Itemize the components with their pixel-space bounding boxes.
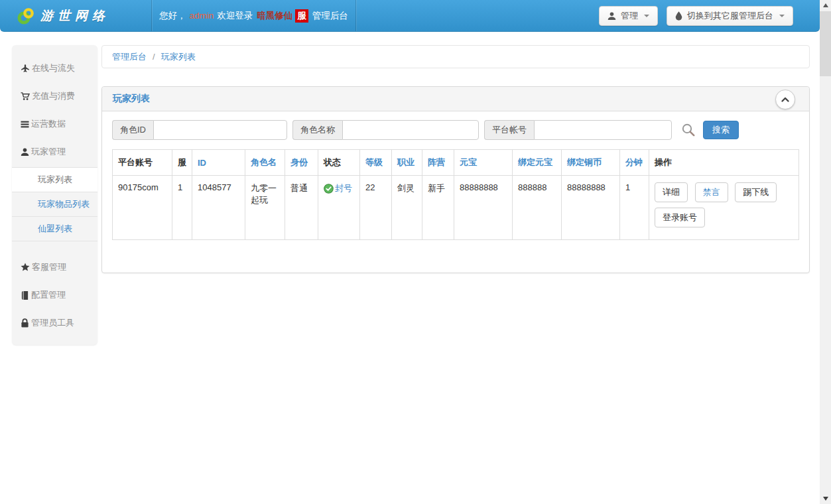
col-server: 服 — [172, 150, 192, 176]
sidebar-subitem-player-list[interactable]: 玩家列表 — [12, 167, 97, 192]
book-icon — [21, 291, 29, 300]
sidebar-item-label: 在线与流失 — [32, 62, 75, 74]
chevron-up-icon — [781, 96, 790, 103]
panel-header: 玩家列表 — [102, 87, 809, 111]
server-badge: 服 — [295, 9, 308, 23]
col-bound-copper[interactable]: 绑定铜币 — [562, 150, 620, 176]
brand-logo[interactable]: 游世网络 — [17, 0, 109, 32]
brand-text: 游世网络 — [40, 7, 109, 25]
panel-body: 角色ID 角色名称 平台帐号 搜索 — [102, 111, 809, 249]
sidebar-item-online-churn[interactable]: 在线与流失 — [12, 54, 97, 82]
cell-role-name: 九零一起玩 — [245, 176, 285, 240]
login-account-button[interactable]: 登录账号 — [655, 208, 705, 227]
cell-platform-account: 90175com — [113, 176, 172, 240]
search-icon[interactable] — [681, 123, 696, 137]
rings-logo-icon — [17, 7, 34, 25]
col-role-name[interactable]: 角色名 — [245, 150, 285, 176]
mute-button[interactable]: 禁言 — [695, 182, 728, 202]
player-list-panel: 玩家列表 角色ID 角色名称 — [101, 86, 810, 273]
col-camp[interactable]: 阵营 — [422, 150, 454, 176]
sidebar-item-customer-service[interactable]: 客服管理 — [12, 253, 97, 281]
cell-actions: 详细 禁言 踢下线 登录账号 — [649, 176, 799, 240]
role-id-label: 角色ID — [112, 120, 153, 140]
col-bound-yuanbao[interactable]: 绑定元宝 — [513, 150, 562, 176]
panel-title: 玩家列表 — [113, 93, 150, 105]
search-button[interactable]: 搜索 — [703, 121, 739, 139]
kick-offline-button[interactable]: 踢下线 — [735, 182, 777, 202]
player-table: 平台账号 服 ID 角色名 身份 状态 等级 职业 阵营 元宝 绑定元宝 绑定铜… — [112, 149, 799, 240]
chevron-down-icon — [644, 15, 649, 17]
col-level[interactable]: 等级 — [360, 150, 392, 176]
vertical-scrollbar[interactable] — [820, 0, 831, 504]
list-icon — [21, 120, 29, 129]
sidebar-item-label: 充值与消费 — [32, 90, 75, 102]
manage-dropdown-button[interactable]: 管理 — [599, 6, 658, 26]
greeting-prefix: 您好， — [159, 10, 186, 22]
col-identity[interactable]: 身份 — [285, 150, 318, 176]
sidebar-item-player-management[interactable]: 玩家管理 — [12, 138, 97, 166]
top-navbar: 游世网络 您好， admin 欢迎登录 暗黑修仙 服 管理后台 管理 — [0, 0, 820, 32]
role-name-input[interactable] — [342, 120, 479, 140]
sidebar-nav: 在线与流失 充值与消费 运营数据 — [12, 45, 97, 345]
user-icon — [21, 148, 29, 157]
sidebar-item-operation-data[interactable]: 运营数据 — [12, 110, 97, 138]
check-circle-icon — [324, 184, 334, 194]
scroll-up-arrow-icon[interactable] — [820, 0, 831, 11]
sidebar-item-label: 管理员工具 — [31, 317, 74, 329]
switch-server-dropdown-button[interactable]: 切换到其它服管理后台 — [667, 6, 793, 26]
chevron-down-icon — [779, 15, 785, 17]
cell-yuanbao: 88888888 — [454, 176, 513, 240]
col-status: 状态 — [318, 150, 360, 176]
detail-button[interactable]: 详细 — [655, 182, 688, 202]
cell-minutes: 1 — [620, 176, 649, 240]
search-filter-row: 角色ID 角色名称 平台帐号 搜索 — [112, 120, 799, 140]
breadcrumb-home-link[interactable]: 管理后台 — [112, 51, 147, 63]
col-profession[interactable]: 职业 — [392, 150, 422, 176]
cell-profession: 剑灵 — [392, 176, 422, 240]
ban-account-link[interactable]: 封号 — [335, 182, 352, 194]
scrollbar-thumb[interactable] — [820, 11, 831, 76]
cell-camp: 新手 — [422, 176, 454, 240]
platform-account-label: 平台帐号 — [484, 120, 534, 140]
manage-button-label: 管理 — [621, 10, 638, 22]
col-id[interactable]: ID — [192, 150, 245, 176]
greeting-welcome: 欢迎登录 — [217, 10, 253, 22]
sidebar-item-config-management[interactable]: 配置管理 — [12, 281, 97, 309]
role-id-input-group: 角色ID — [112, 120, 287, 140]
col-minutes[interactable]: 分钟 — [620, 150, 649, 176]
admin-page: 游世网络 您好， admin 欢迎登录 暗黑修仙 服 管理后台 管理 — [0, 0, 831, 504]
sidebar-item-label: 玩家管理 — [31, 146, 66, 158]
role-name-input-group: 角色名称 — [292, 120, 479, 140]
logged-in-username: admin — [190, 11, 214, 21]
cell-bound-copper: 88888888 — [562, 176, 620, 240]
server-name: 暗黑修仙 — [257, 10, 292, 22]
role-name-label: 角色名称 — [292, 120, 342, 140]
sidebar-item-label: 运营数据 — [31, 118, 66, 130]
user-icon — [607, 12, 616, 21]
panel-collapse-button[interactable] — [775, 90, 795, 109]
breadcrumb-current-link[interactable]: 玩家列表 — [161, 51, 196, 63]
platform-account-input-group: 平台帐号 — [484, 120, 672, 140]
cell-bound-yuanbao: 888888 — [513, 176, 562, 240]
col-actions: 操作 — [649, 150, 799, 176]
sidebar-subitem-player-items-list[interactable]: 玩家物品列表 — [12, 192, 97, 216]
platform-account-input[interactable] — [534, 120, 672, 140]
sidebar-item-admin-tools[interactable]: 管理员工具 — [12, 309, 97, 337]
lock-icon — [21, 318, 29, 328]
sidebar-item-label: 配置管理 — [31, 289, 66, 301]
switch-server-label: 切换到其它服管理后台 — [687, 10, 773, 22]
sidebar-bottom-group: 客服管理 配置管理 管理员工具 — [12, 253, 97, 337]
sidebar-subitem-guild-list[interactable]: 仙盟列表 — [12, 216, 97, 241]
role-id-input[interactable] — [153, 120, 287, 140]
cell-id: 1048577 — [192, 176, 245, 240]
navbar-actions: 管理 切换到其它服管理后台 — [599, 6, 793, 26]
table-row: 90175com 1 1048577 九零一起玩 普通 — [113, 176, 799, 240]
sidebar-item-recharge-consume[interactable]: 充值与消费 — [12, 82, 97, 110]
col-yuanbao[interactable]: 元宝 — [454, 150, 513, 176]
breadcrumb-separator: / — [153, 52, 155, 62]
col-platform-account: 平台账号 — [113, 150, 172, 176]
breadcrumb: 管理后台 / 玩家列表 — [101, 45, 810, 68]
scroll-down-arrow-icon[interactable] — [820, 493, 831, 504]
cell-status: 封号 — [318, 176, 360, 240]
player-management-submenu: 玩家列表 玩家物品列表 仙盟列表 — [12, 167, 97, 241]
